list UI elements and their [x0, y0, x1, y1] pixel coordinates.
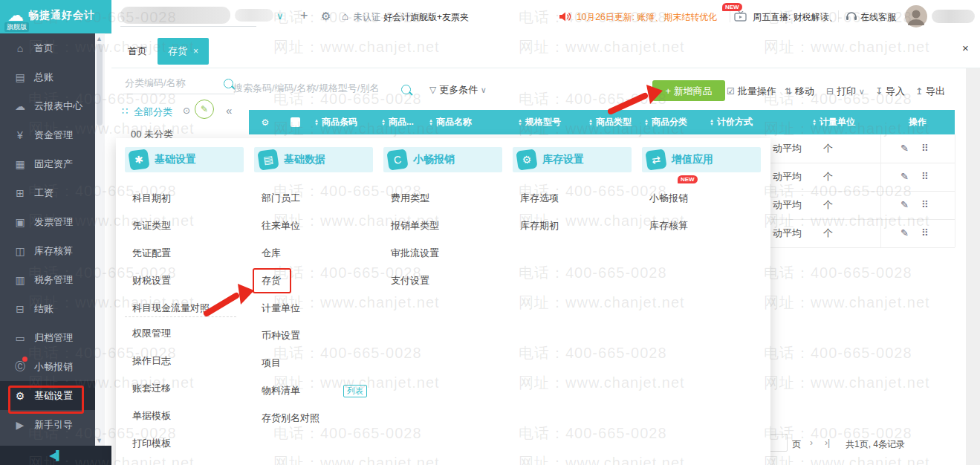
add-product-button[interactable]: + 新增商品	[652, 80, 725, 101]
user-avatar[interactable]	[905, 5, 927, 27]
import-button[interactable]: ↧导入	[875, 85, 905, 98]
menu-item[interactable]: 财税设置	[132, 272, 171, 290]
tab-close-icon[interactable]: ×	[193, 46, 198, 56]
announcement-link[interactable]: 10月26日更新: 账簿、期末结转优化	[577, 11, 717, 24]
sidebar-item-salary[interactable]: ⊞工资	[0, 178, 95, 207]
menu-item[interactable]: 库存期初	[520, 217, 559, 235]
header-product-type[interactable]: ▲▼商品类型	[583, 116, 638, 129]
header-product-name[interactable]: ▲▼商品名称	[423, 116, 512, 129]
menu-item[interactable]: 操作日志	[132, 352, 171, 370]
header-spec-model[interactable]: ▲▼规格型号	[512, 116, 583, 129]
sidebar-item-funds[interactable]: ¥资金管理	[0, 120, 95, 149]
close-panel-icon[interactable]: ×	[962, 42, 969, 54]
sort-icon[interactable]: ▲▼	[588, 119, 593, 126]
edit-categories-icon[interactable]: ✎	[195, 100, 214, 119]
menu-item[interactable]: 支付设置	[391, 272, 429, 290]
more-filters-button[interactable]: ▽更多条件 ∨	[429, 83, 487, 97]
menu-item-inventory[interactable]: 存货	[262, 272, 281, 290]
print-button[interactable]: ⊟打印 ∨	[826, 85, 865, 98]
sidebar-item-beginner-guide[interactable]: ▶新手引导	[0, 410, 95, 439]
header-pricing-method[interactable]: ▲▼计价方式	[704, 116, 806, 129]
move-button[interactable]: ⇅移动	[785, 85, 814, 98]
sort-icon[interactable]: ▲▼	[429, 119, 433, 126]
category-search-input[interactable]	[123, 77, 221, 89]
column-settings-gear-icon[interactable]: ⚙	[249, 117, 282, 128]
sidebar-item-archive[interactable]: ▭归档管理	[0, 323, 95, 352]
sidebar-item-reimburse[interactable]: Ⓒ小畅报销	[0, 352, 95, 381]
menu-item[interactable]: 物料清单列表	[262, 382, 367, 400]
sort-icon[interactable]: ▲▼	[710, 119, 714, 126]
menu-item[interactable]: 小畅报销	[649, 189, 688, 207]
settings-gear-icon[interactable]: ⚙	[321, 10, 331, 23]
menu-item[interactable]: 账套迁移	[132, 380, 171, 397]
collapse-panel-icon[interactable]: «	[226, 104, 232, 117]
product-search-input[interactable]	[232, 82, 398, 94]
menu-item[interactable]: 费用类型	[391, 189, 429, 207]
sidebar-item-general-ledger[interactable]: ▤总账	[0, 62, 95, 91]
menu-item[interactable]: 科目期初	[132, 189, 171, 207]
expand-categories-icon[interactable]: ⊙	[183, 105, 190, 116]
select-all-checkbox[interactable]	[282, 117, 308, 127]
online-service-link[interactable]: 在线客服	[860, 11, 896, 24]
last-page-icon[interactable]: ›|	[825, 438, 830, 448]
edit-row-icon[interactable]: ✎	[901, 163, 909, 191]
sidebar-item-invoices[interactable]: ▣发票管理	[0, 207, 95, 236]
sort-icon[interactable]: ▲▼	[314, 119, 319, 126]
menu-item[interactable]: 报销单类型	[391, 217, 439, 235]
menu-item[interactable]: 权限管理	[132, 325, 171, 342]
menu-item[interactable]: 库存核算	[649, 217, 688, 235]
scroll-down-icon[interactable]: ▼	[96, 437, 103, 444]
header-product-code[interactable]: ▲▼商品...	[375, 116, 423, 129]
tab-home[interactable]: 首页	[117, 38, 158, 65]
sidebar-item-tax[interactable]: ▥税务管理	[0, 265, 95, 294]
tab-inventory[interactable]: 存货×	[158, 38, 209, 65]
header-barcode[interactable]: ▲▼商品条码	[308, 116, 375, 129]
live-link[interactable]: 周五直播: 财税解读、	[753, 11, 838, 24]
add-account-set-icon[interactable]: +	[300, 8, 308, 24]
barcode-row-icon[interactable]: ⠿	[921, 219, 929, 247]
header-product-category[interactable]: ▲▼商品分类	[638, 116, 704, 129]
sidebar-item-inventory-accounting[interactable]: ◫库存核算	[0, 236, 95, 265]
menu-item[interactable]: 凭证类型	[132, 217, 171, 235]
menu-item[interactable]: 计量单位	[262, 299, 300, 317]
header-unit[interactable]: ▲▼计量单位	[806, 116, 880, 129]
sidebar-item-fixed-assets[interactable]: ▦固定资产	[0, 149, 95, 178]
menu-item[interactable]: 仓库	[262, 244, 281, 262]
menu-item[interactable]: 单据模板	[132, 407, 171, 425]
all-categories-link[interactable]: 全部分类	[134, 105, 172, 119]
sidebar-scrollbar[interactable]: ▲ ▼	[95, 33, 105, 446]
barcode-row-icon[interactable]: ⠿	[921, 191, 929, 219]
menu-item[interactable]: 部门员工	[262, 189, 300, 207]
export-button[interactable]: ↥导出	[915, 85, 945, 98]
collapse-sidebar-icon[interactable]: ◀▌	[49, 450, 62, 461]
sort-icon[interactable]: ▲▼	[518, 119, 522, 126]
edit-row-icon[interactable]: ✎	[901, 134, 909, 163]
sort-icon[interactable]: ▲▼	[812, 119, 817, 126]
menu-item[interactable]: 科目现金流量对照	[132, 299, 210, 317]
page-scroll-area[interactable]	[966, 68, 980, 465]
edit-row-icon[interactable]: ✎	[901, 191, 909, 219]
menu-item[interactable]: 项目	[262, 354, 281, 372]
menu-item[interactable]: 审批流设置	[391, 244, 439, 262]
scroll-up-icon[interactable]: ▲	[96, 35, 103, 42]
account-chevron-down-icon[interactable]: ∨	[276, 10, 284, 22]
sidebar-item-home[interactable]: ⌂首页	[0, 33, 95, 62]
sort-icon[interactable]: ▲▼	[644, 119, 649, 126]
search-icon[interactable]	[401, 85, 411, 94]
sidebar-item-closing[interactable]: ⊟结账	[0, 294, 95, 323]
account-name-blurred[interactable]	[120, 7, 230, 24]
menu-item[interactable]: 往来单位	[262, 217, 300, 235]
sidebar-collapse-bar[interactable]: ◀▌	[0, 446, 111, 465]
sidebar-item-cloud-reports[interactable]: ☁云报表中心	[0, 91, 95, 120]
menu-item[interactable]: 库存选项	[520, 189, 559, 207]
batch-operations-button[interactable]: ☑批量操作	[727, 85, 776, 98]
scrollbar-thumb[interactable]	[97, 44, 103, 126]
next-page-icon[interactable]: ›	[810, 438, 813, 448]
barcode-row-icon[interactable]: ⠿	[921, 163, 929, 191]
menu-item[interactable]: 存货别名对照	[262, 409, 319, 427]
sidebar-item-basic-settings[interactable]: ⚙基础设置	[0, 381, 95, 410]
menu-item[interactable]: 凭证配置	[132, 244, 171, 262]
barcode-row-icon[interactable]: ⠿	[921, 134, 929, 163]
edit-row-icon[interactable]: ✎	[901, 219, 909, 247]
menu-item[interactable]: 币种设置	[262, 327, 300, 345]
